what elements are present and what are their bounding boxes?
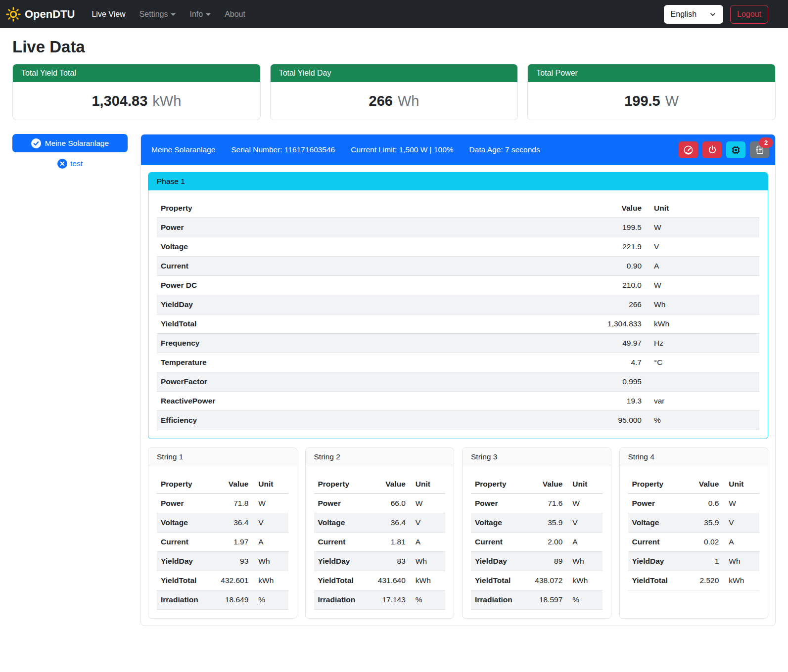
unit-cell: A xyxy=(646,257,759,276)
nav-item-live-view[interactable]: Live View xyxy=(86,6,131,23)
value-cell: 71.6 xyxy=(516,494,567,513)
nav-item-info[interactable]: Info xyxy=(184,6,217,23)
sidebar-item-label: test xyxy=(70,159,83,168)
restart-button[interactable] xyxy=(726,141,745,158)
inverter-card-header: Meine Solaranlage Serial Number: 1161716… xyxy=(141,134,775,165)
table-row: YieldTotal431.640kWh xyxy=(314,571,446,590)
value-cell: 71.8 xyxy=(202,494,253,513)
property-cell: Current xyxy=(157,533,202,552)
inverter-name: Meine Solaranlage xyxy=(151,145,215,154)
nav-item-label: About xyxy=(225,10,245,19)
string-card-4: String 4 Property Value Unit Power0.6WVo… xyxy=(619,448,769,619)
property-cell: Voltage xyxy=(628,513,672,533)
card-unit: Wh xyxy=(398,93,419,109)
table-row: Temperature4.7°C xyxy=(157,353,759,372)
value-cell: 0.995 xyxy=(573,372,646,392)
unit-cell xyxy=(646,372,759,392)
unit-cell: % xyxy=(566,590,602,610)
table-row: YieldTotal2.520kWh xyxy=(628,571,760,590)
table-row: Irradiation18.597% xyxy=(471,590,603,610)
unit-cell: % xyxy=(410,590,445,610)
value-cell: 0.6 xyxy=(672,494,723,513)
unit-cell: var xyxy=(646,392,759,411)
property-cell: Efficiency xyxy=(157,411,573,430)
phase-card-title: Phase 1 xyxy=(148,173,768,190)
table-row: YieldDay83Wh xyxy=(314,552,446,571)
brand-label: OpenDTU xyxy=(25,8,75,21)
column-header-property: Property xyxy=(628,475,672,494)
string-card-1: String 1 Property Value Unit Power71.8WV… xyxy=(148,448,297,619)
inverter-current-limit: Current Limit: 1,500 W | 100% xyxy=(351,145,453,154)
table-header-row: Property Value Unit xyxy=(157,199,759,218)
nav-item-settings[interactable]: Settings xyxy=(134,6,182,23)
table-row: Frequency49.97Hz xyxy=(157,334,759,353)
property-cell: Power xyxy=(471,494,516,513)
card-unit: kWh xyxy=(152,93,181,109)
card-total-yield-day: Total Yield Day 266 Wh xyxy=(270,64,518,120)
table-row: Current0.90A xyxy=(157,257,759,276)
column-header-property: Property xyxy=(157,199,573,218)
unit-cell: V xyxy=(723,513,759,533)
caret-down-icon xyxy=(206,13,211,16)
x-circle-icon xyxy=(57,159,67,169)
navbar: OpenDTU Live View Settings Info About En… xyxy=(0,0,788,28)
inverter-card: Meine Solaranlage Serial Number: 1161716… xyxy=(140,134,776,626)
limit-settings-button[interactable] xyxy=(679,141,698,158)
sidebar-item-test-inverter[interactable]: test xyxy=(12,159,128,169)
value-cell: 1.97 xyxy=(202,533,253,552)
property-cell: YieldDay xyxy=(471,552,516,571)
value-cell: 221.9 xyxy=(573,237,646,257)
unit-cell: Wh xyxy=(252,552,288,571)
column-header-property: Property xyxy=(314,475,360,494)
property-cell: Voltage xyxy=(157,237,573,257)
column-header-property: Property xyxy=(471,475,516,494)
unit-cell: W xyxy=(410,494,445,513)
property-cell: YieldDay xyxy=(314,552,360,571)
brand[interactable]: OpenDTU xyxy=(6,7,75,22)
table-row: YieldTotal438.072kWh xyxy=(471,571,603,590)
unit-cell: Hz xyxy=(646,334,759,353)
table-row: Power199.5W xyxy=(157,218,759,237)
inverter-data-age: Data Age: 7 seconds xyxy=(469,145,540,154)
check-circle-icon xyxy=(31,138,41,148)
value-cell: 199.5 xyxy=(573,218,646,237)
property-cell: Power xyxy=(157,218,573,237)
property-cell: YieldTotal xyxy=(157,571,202,590)
table-row: Voltage36.4V xyxy=(157,513,288,533)
language-select[interactable]: English xyxy=(664,5,723,24)
table-row: Power DC210.0W xyxy=(157,276,759,295)
phase-card: Phase 1 Property Value Unit Power199.5WV… xyxy=(148,172,768,439)
table-row: YieldDay266Wh xyxy=(157,295,759,314)
property-cell: YieldDay xyxy=(628,552,672,571)
property-cell: ReactivePower xyxy=(157,392,573,411)
table-row: Power71.6W xyxy=(471,494,603,513)
value-cell: 210.0 xyxy=(573,276,646,295)
table-row: Voltage221.9V xyxy=(157,237,759,257)
value-cell: 83 xyxy=(359,552,410,571)
property-cell: Voltage xyxy=(471,513,516,533)
cpu-icon xyxy=(731,145,741,155)
table-row: Voltage35.9V xyxy=(471,513,603,533)
table-row: Voltage35.9V xyxy=(628,513,760,533)
property-cell: YieldTotal xyxy=(628,571,672,590)
speedometer-icon xyxy=(683,145,694,155)
card-value: 1,304.83 xyxy=(92,93,147,109)
event-log-button[interactable]: 2 xyxy=(750,141,769,158)
logout-button[interactable]: Logout xyxy=(730,5,768,24)
value-cell: 93 xyxy=(202,552,253,571)
column-header-value: Value xyxy=(202,475,253,494)
sidebar-item-selected-inverter[interactable]: Meine Solaranlage xyxy=(12,134,128,152)
unit-cell: W xyxy=(252,494,288,513)
summary-cards: Total Yield Total 1,304.83 kWh Total Yie… xyxy=(12,64,776,120)
power-icon xyxy=(707,145,717,155)
column-header-unit: Unit xyxy=(252,475,288,494)
nav-item-about[interactable]: About xyxy=(219,6,251,23)
card-title: Total Yield Day xyxy=(271,64,518,82)
value-cell: 431.640 xyxy=(359,571,410,590)
table-row: ReactivePower19.3var xyxy=(157,392,759,411)
unit-cell: kWh xyxy=(252,571,288,590)
table-row: Efficiency95.000% xyxy=(157,411,759,430)
unit-cell: kWh xyxy=(723,571,759,590)
power-button[interactable] xyxy=(702,141,722,158)
unit-cell: Wh xyxy=(566,552,602,571)
